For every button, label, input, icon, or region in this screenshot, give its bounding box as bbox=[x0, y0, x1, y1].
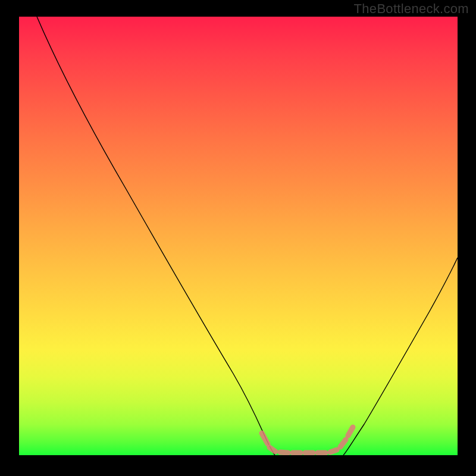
svg-line-2 bbox=[280, 452, 288, 453]
left-curve-line bbox=[37, 17, 275, 455]
optimal-band bbox=[262, 427, 353, 453]
svg-line-6 bbox=[330, 450, 337, 452]
chart-plot-area bbox=[19, 17, 458, 455]
svg-line-7 bbox=[340, 440, 346, 447]
svg-line-0 bbox=[262, 433, 268, 444]
svg-line-8 bbox=[348, 427, 353, 436]
watermark-label: TheBottleneck.com bbox=[354, 1, 469, 17]
svg-line-1 bbox=[270, 447, 275, 452]
chart-svg bbox=[19, 17, 458, 455]
right-curve-line bbox=[343, 258, 458, 455]
